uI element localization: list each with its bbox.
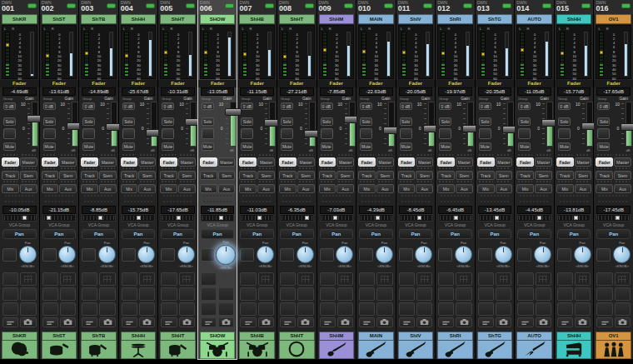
pad-button[interactable]	[517, 287, 533, 301]
mode-master-button[interactable]: Master	[297, 157, 315, 167]
zero-db-button[interactable]: 0 dB	[439, 102, 451, 110]
pad-button[interactable]	[20, 302, 36, 316]
mini-slider-handle[interactable]	[537, 216, 541, 220]
channel-plate[interactable]: ShTB	[81, 332, 117, 359]
zero-db-button[interactable]: 0 dB	[202, 102, 214, 110]
io-pad-button[interactable]	[399, 317, 415, 327]
fader-track[interactable]	[151, 102, 157, 147]
pad-button[interactable]	[161, 287, 177, 301]
solo-button[interactable]: Solo	[321, 117, 333, 126]
pad-button[interactable]	[399, 287, 415, 301]
solo-button[interactable]: Solo	[281, 117, 293, 126]
mute-button[interactable]: Mute	[82, 142, 95, 151]
mute-button[interactable]: Mute	[43, 142, 56, 151]
mute-button[interactable]: Mute	[439, 142, 451, 151]
mode-track-button[interactable]: Track	[200, 171, 217, 180]
pad-button[interactable]	[122, 287, 137, 301]
pan-section-bar[interactable]: Pan	[240, 229, 274, 239]
mute-button[interactable]: Mute	[3, 142, 16, 151]
pad-button[interactable]	[218, 287, 234, 301]
pan-knob[interactable]	[415, 246, 432, 263]
pad-button[interactable]	[399, 302, 415, 316]
fader-track[interactable]	[546, 102, 553, 147]
pad-button-grid-glyph[interactable]	[218, 272, 234, 286]
pan-knob[interactable]	[495, 246, 512, 263]
mode-track-button[interactable]: Track	[279, 171, 297, 180]
mini-slider[interactable]	[240, 214, 274, 222]
io-pad-button[interactable]	[280, 317, 296, 327]
channel-header[interactable]: DWN 011	[396, 0, 436, 14]
solo-button[interactable]: Solo	[241, 117, 253, 126]
knob-side-pad[interactable]	[122, 248, 136, 262]
fader-track[interactable]	[230, 102, 237, 147]
mini-slider[interactable]	[201, 214, 235, 222]
mini-slider[interactable]	[122, 214, 156, 222]
mode-stem-button[interactable]: Stem	[59, 171, 77, 180]
snapshot-pad-button[interactable]	[376, 317, 392, 327]
mute-button[interactable]: Mute	[321, 142, 333, 151]
pad-button[interactable]	[517, 302, 533, 316]
mini-slider-handle[interactable]	[305, 216, 309, 220]
pad-button-grid-glyph[interactable]	[416, 272, 432, 286]
mode-stem-button[interactable]: Stem	[20, 171, 37, 180]
mini-slider-handle[interactable]	[376, 216, 380, 220]
channel-header[interactable]: DWN 014	[515, 0, 554, 14]
snapshot-pad-button[interactable]	[575, 317, 591, 327]
solo-button[interactable]: Solo	[439, 117, 451, 126]
snapshot-pad-button[interactable]	[615, 317, 631, 327]
mini-slider[interactable]	[42, 214, 77, 222]
channel-plate[interactable]: AUTO	[516, 332, 552, 359]
mute-button[interactable]: Mute	[479, 142, 491, 151]
io-pad-button[interactable]	[478, 317, 494, 327]
snapshot-pad-button[interactable]	[456, 317, 471, 327]
mini-slider-handle[interactable]	[137, 216, 141, 220]
pad-button[interactable]	[82, 272, 97, 286]
channel-plate[interactable]: OV1	[596, 332, 631, 359]
fader-track[interactable]	[428, 102, 435, 147]
channel-header[interactable]: DWN 008	[277, 0, 316, 14]
scribble-strip[interactable]: ShHH	[121, 14, 157, 24]
channel-header[interactable]: DWN 004	[119, 0, 158, 14]
channel-plate[interactable]: ShHM	[319, 332, 355, 359]
pad-button[interactable]	[557, 287, 573, 301]
knob-side-pad[interactable]	[2, 248, 17, 262]
mode-master-button[interactable]: Master	[416, 157, 433, 167]
zero-db-button[interactable]: 0 dB	[400, 102, 412, 110]
fader-track[interactable]	[72, 102, 78, 147]
pad-button[interactable]	[297, 302, 313, 316]
pan-knob[interactable]	[216, 245, 236, 265]
zero-db-button[interactable]: 0 dB	[122, 102, 135, 110]
channel-header[interactable]: DWN 010	[356, 0, 396, 14]
knob-side-pad[interactable]	[596, 248, 611, 262]
pad-button[interactable]	[201, 287, 217, 301]
pan-knob[interactable]	[19, 246, 37, 263]
io-pad-button[interactable]	[557, 317, 573, 327]
channel-header[interactable]: DWN 016	[594, 0, 633, 14]
blank-button[interactable]	[518, 128, 531, 139]
mini-slider[interactable]	[2, 214, 37, 222]
mode-fader-button[interactable]: Fader	[42, 157, 59, 167]
pad-button[interactable]	[596, 287, 612, 301]
io-pad-button[interactable]	[438, 317, 454, 327]
knob-side-pad[interactable]	[240, 248, 254, 262]
fader-track[interactable]	[349, 102, 356, 147]
pad-button[interactable]	[240, 272, 256, 286]
mute-button[interactable]: Mute	[360, 142, 372, 151]
pan-section-bar[interactable]: Pan	[161, 229, 195, 239]
io-pad-button[interactable]	[82, 317, 97, 327]
knob-side-pad[interactable]	[320, 248, 334, 262]
knob-side-pad[interactable]	[82, 248, 96, 262]
pad-button[interactable]	[2, 302, 18, 316]
pan-section-bar[interactable]: Pan	[122, 229, 156, 239]
pad-button[interactable]	[359, 272, 375, 286]
snapshot-pad-button[interactable]	[258, 317, 274, 327]
zero-db-button[interactable]: 0 dB	[597, 102, 610, 110]
mode-stem-button[interactable]: Stem	[297, 171, 315, 180]
mode-fader-button[interactable]: Fader	[596, 157, 613, 167]
pad-button[interactable]	[122, 302, 137, 316]
pad-button[interactable]	[179, 302, 195, 316]
solo-button[interactable]: Solo	[400, 117, 412, 126]
mute-button[interactable]: Mute	[162, 142, 174, 151]
mode-track-button[interactable]: Track	[42, 171, 59, 180]
pan-knob[interactable]	[58, 246, 76, 263]
